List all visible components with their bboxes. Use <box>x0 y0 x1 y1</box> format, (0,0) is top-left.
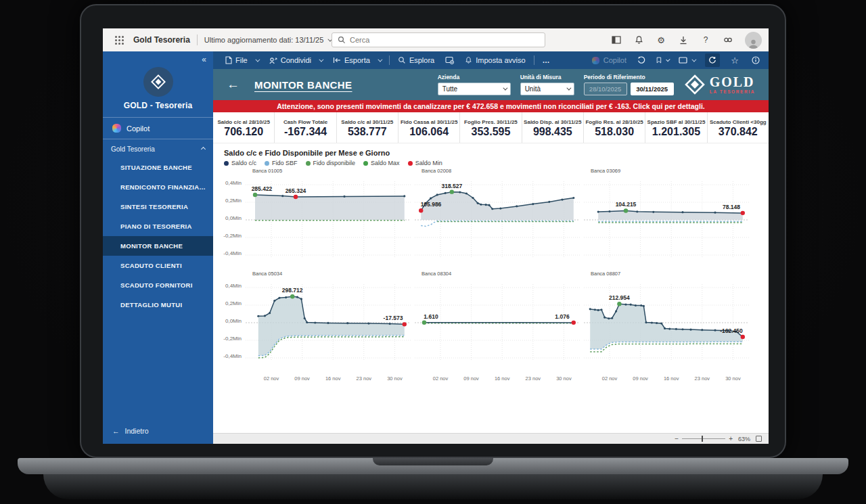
filter-azienda-label: Azienda <box>438 74 511 81</box>
view-mode-icon[interactable] <box>677 54 696 66</box>
chart-banca-03069[interactable]: Banca 03069104.21578.148 <box>583 168 752 267</box>
menu-esporta-label: Esporta <box>344 56 370 64</box>
sidebar-item-copilot[interactable]: Copilot <box>103 117 213 139</box>
svg-text:16 nov: 16 nov <box>325 375 341 382</box>
last-update-label[interactable]: Ultimo aggiornamento dati: 13/11/25 <box>204 36 324 44</box>
banca-chart-title: Banca 05034 <box>252 271 413 278</box>
legend-item[interactable]: Saldo Min <box>408 160 442 166</box>
share-icon <box>269 57 277 64</box>
menu-imposta-avviso[interactable]: Imposta avviso <box>459 51 530 69</box>
legend-item[interactable]: Saldo Max <box>363 160 400 166</box>
kpi-value: -167.344 <box>284 126 327 138</box>
kpi-value: 353.595 <box>472 126 511 138</box>
azienda-select[interactable]: Tutte <box>438 83 511 95</box>
chart-banca-01005[interactable]: Banca 01005285.422265.324 <box>244 168 413 267</box>
download-icon[interactable] <box>678 35 689 45</box>
sidebar-item-situazione-banche[interactable]: SITUAZIONE BANCHE <box>103 158 213 177</box>
svg-text:30 nov: 30 nov <box>556 375 572 382</box>
unita-value: Unità <box>525 85 541 93</box>
legend-item[interactable]: Saldo c/c <box>224 160 256 166</box>
info-icon[interactable] <box>750 54 762 66</box>
sidebar-item-sintesi-tesoreria[interactable]: SINTESI TESORERIA <box>103 197 213 216</box>
zoom-slider-thumb[interactable] <box>702 436 704 442</box>
azienda-value: Tutte <box>442 85 457 93</box>
svg-text:1.610: 1.610 <box>424 313 438 320</box>
settings-gear-icon[interactable]: ⚙ <box>656 35 666 45</box>
menu-esporta[interactable]: Esporta <box>327 51 386 69</box>
sidebar-item-scaduto-fornitori[interactable]: SCADUTO FORNITORI <box>103 275 213 295</box>
side-pane-icon[interactable] <box>611 35 622 45</box>
laptop-notch <box>373 458 493 465</box>
date-from-input[interactable]: 28/10/2025 <box>584 83 627 95</box>
sidebar-item-rendiconto-finanziario[interactable]: RENDICONTO FINANZIAR... <box>103 177 213 197</box>
chevron-down-icon <box>566 86 571 91</box>
report-menubar: File Condividi Esporta <box>213 51 769 69</box>
filter-unita: Unità di Misura Unità <box>520 74 574 95</box>
laptop-base-bottom <box>43 474 823 499</box>
user-avatar[interactable] <box>745 32 762 49</box>
search-icon <box>338 36 346 44</box>
legend-item[interactable]: Fido SBF <box>265 160 298 166</box>
menu-condividi[interactable]: Condividi <box>264 51 327 69</box>
divider <box>197 35 198 45</box>
sidebar-collapse-icon[interactable]: « <box>103 51 213 64</box>
svg-text:30 nov: 30 nov <box>387 375 403 382</box>
share-link-icon[interactable] <box>723 35 733 45</box>
search-box[interactable] <box>332 32 545 47</box>
chart-banca-08304[interactable]: Banca 083041.6101.07602 nov09 nov16 nov2… <box>413 271 583 386</box>
favorite-star-icon[interactable]: ☆ <box>729 54 741 66</box>
gold-diamond-icon <box>150 74 166 90</box>
svg-text:02 nov: 02 nov <box>433 375 449 382</box>
sidebar-item-monitor-banche[interactable]: MONITOR BANCHE <box>103 236 213 256</box>
svg-text:16 nov: 16 nov <box>495 375 510 382</box>
help-icon[interactable]: ? <box>700 35 711 45</box>
svg-text:318.527: 318.527 <box>441 183 462 189</box>
search-input[interactable] <box>350 36 539 44</box>
chart-row-2: 0,4Mln0,2Mln0,0Mln-0,2Mln-0,4Mln Banca 0… <box>217 271 759 386</box>
menu-file[interactable]: File <box>220 51 264 69</box>
menu-esplora[interactable]: Esplora <box>392 51 440 69</box>
notifications-bell-icon[interactable] <box>633 35 644 45</box>
date-to-input[interactable]: 30/11/2025 <box>631 83 674 95</box>
zoom-in-button[interactable]: + <box>729 435 733 442</box>
copilot-button-disabled: Copilot <box>592 56 626 64</box>
alert-banner[interactable]: Attenzione, sono presenti movimenti da c… <box>213 100 769 112</box>
fit-to-page-icon[interactable] <box>756 436 762 442</box>
legend-item[interactable]: Fido disponibile <box>306 160 356 166</box>
unita-select[interactable]: Unità <box>520 83 574 95</box>
sidebar-item-scaduto-clienti[interactable]: SCADUTO CLIENTI <box>103 256 213 275</box>
sidebar-section-header[interactable]: Gold Tesoreria <box>103 139 213 158</box>
y-axis-labels: 0,4Mln0,2Mln0,0Mln-0,2Mln-0,4Mln <box>217 168 244 265</box>
report-header: ← MONITOR BANCHE Azienda Tutte <box>213 69 769 100</box>
gold-brand-logo: GOLD LA TESORERIA <box>685 74 755 95</box>
report-back-arrow[interactable]: ← <box>227 77 240 92</box>
kpi-label: Cash Flow Totale <box>283 119 327 125</box>
kpi-label: Scaduto Clienti <30gg <box>710 119 767 125</box>
waffle-menu-icon[interactable] <box>115 36 124 45</box>
chart-banca-05034[interactable]: Banca 05034298.712-17.57302 nov09 nov16 … <box>244 271 413 386</box>
zoom-slider[interactable] <box>682 436 725 442</box>
back-button[interactable]: ← Indietro <box>103 421 213 444</box>
top-app-bar: Gold Tesoreria Ultimo aggiornamento dati… <box>103 28 769 51</box>
kpi-label: Spazio SBF al 30/11/25 <box>647 119 706 125</box>
chart-banca-02008[interactable]: Banca 02008318.527105.986 <box>413 168 583 267</box>
sidebar-item-piano-di-tesoreria[interactable]: PIANO DI TESORERIA <box>103 216 213 236</box>
subscribe-report-icon-button[interactable] <box>440 51 459 69</box>
zoom-out-button[interactable]: − <box>675 435 679 442</box>
kpi-card: Saldo Disp. al 30/11/25998.435 <box>522 112 584 143</box>
menu-overflow[interactable]: … <box>537 51 556 69</box>
kpi-value: 538.777 <box>348 126 387 138</box>
bookmark-icon[interactable] <box>656 54 668 66</box>
refresh-icon[interactable] <box>705 53 720 67</box>
svg-text:-17.573: -17.573 <box>384 315 403 321</box>
laptop-screen-frame: Gold Tesoreria Ultimo aggiornamento dati… <box>80 4 786 458</box>
chart-panel: Saldo c/c e Fido Disponibile per Mese e … <box>213 143 769 433</box>
kpi-value: 706.120 <box>224 126 263 138</box>
reset-icon[interactable] <box>635 54 647 66</box>
kpi-row: Saldo c/c al 28/10/25706.120 Cash Flow T… <box>213 112 769 143</box>
chart-banca-08807[interactable]: Banca 08807212.954-162.45002 nov09 nov16… <box>583 271 752 386</box>
banca-chart-title: Banca 03069 <box>591 168 752 175</box>
svg-text:298.712: 298.712 <box>282 287 303 294</box>
sidebar-item-dettaglio-mutui[interactable]: DETTAGLIO MUTUI <box>103 295 213 315</box>
svg-text:-162.450: -162.450 <box>720 327 743 334</box>
